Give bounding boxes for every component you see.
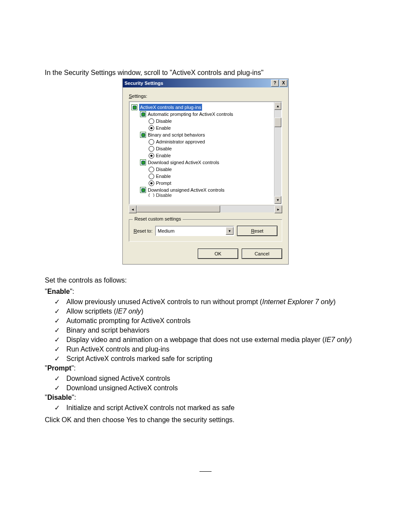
enable-list: Allow previously unused ActiveX controls… (54, 297, 366, 364)
horizontal-scrollbar[interactable]: ◄ ► (129, 205, 282, 212)
reset-custom-settings-group: Reset custom settings Reset to: Medium ▼… (129, 219, 282, 242)
radio-selected-icon (149, 180, 154, 186)
radio-auto-prompt-enable[interactable]: Enable (149, 124, 272, 131)
list-item: Download unsigned ActiveX controls (54, 383, 366, 393)
scroll-thumb[interactable] (274, 118, 281, 127)
scroll-left-icon[interactable]: ◄ (129, 205, 137, 213)
disable-list: Initialize and script ActiveX controls n… (54, 403, 366, 413)
list-item: Automatic prompting for ActiveX controls (54, 316, 366, 326)
list-item: Initialize and script ActiveX controls n… (54, 403, 366, 413)
reset-legend: Reset custom settings (133, 216, 183, 221)
scroll-down-icon[interactable]: ▼ (274, 196, 281, 204)
prompt-list: Download signed ActiveX controls Downloa… (54, 374, 366, 393)
tree-group-auto-prompt[interactable]: Automatic prompting for ActiveX controls (140, 111, 272, 118)
disable-heading: "Disable": (45, 394, 366, 401)
settings-label: Settings: (129, 93, 282, 99)
activex-icon (131, 104, 137, 110)
radio-signed-enable[interactable]: Enable (149, 173, 272, 180)
list-item: Run ActiveX controls and plug-ins (54, 345, 366, 354)
prompt-heading: "Prompt": (45, 364, 366, 372)
tree-group-download-signed[interactable]: Download signed ActiveX controls (140, 159, 272, 166)
reset-button[interactable]: Reset (237, 226, 277, 236)
radio-icon (149, 139, 154, 145)
dialog-title: Security Settings (125, 81, 270, 86)
reset-to-label: Reset to: (134, 228, 153, 233)
activex-icon (140, 159, 146, 165)
activex-icon (140, 187, 146, 193)
list-item: Download signed ActiveX controls (54, 374, 366, 383)
chevron-down-icon[interactable]: ▼ (226, 227, 234, 235)
vertical-scrollbar[interactable]: ▲ ▼ (274, 102, 281, 204)
radio-binary-admin[interactable]: Administrator approved (149, 138, 272, 145)
scroll-up-icon[interactable]: ▲ (274, 102, 281, 110)
hscroll-thumb[interactable] (137, 205, 220, 212)
intro-text: In the Security Settings window, scroll … (45, 69, 366, 77)
reset-to-combo[interactable]: Medium ▼ (155, 226, 234, 236)
tree-group-download-unsigned[interactable]: Download unsigned ActiveX controls (140, 187, 272, 193)
radio-signed-disable[interactable]: Disable (149, 166, 272, 173)
radio-signed-prompt[interactable]: Prompt (149, 180, 272, 187)
enable-heading: "Enable": (45, 288, 366, 296)
activex-icon (140, 132, 146, 138)
security-settings-dialog: Security Settings ? X Settings: ActiveX … (122, 78, 289, 264)
settings-tree-content: ActiveX controls and plug-ins Automatic … (130, 102, 274, 204)
radio-icon (149, 118, 154, 124)
list-item: Binary and script behaviors (54, 326, 366, 335)
reset-to-value: Medium (156, 228, 226, 233)
scroll-right-icon[interactable]: ► (274, 205, 282, 213)
radio-unsigned-disable-partial[interactable]: Disable (149, 193, 272, 197)
list-item: Allow previously unused ActiveX controls… (54, 297, 366, 307)
tree-root-activex[interactable]: ActiveX controls and plug-ins (131, 104, 272, 111)
radio-binary-disable[interactable]: Disable (149, 145, 272, 152)
radio-selected-icon (149, 125, 154, 131)
set-controls-text: Set the controls as follows: (45, 277, 366, 284)
cancel-button[interactable]: Cancel (242, 249, 282, 259)
settings-tree[interactable]: ActiveX controls and plug-ins Automatic … (129, 101, 282, 205)
outro-text: Click OK and then choose Yes to change t… (45, 416, 366, 424)
close-button[interactable]: X (280, 80, 287, 87)
list-item: Display video and animation on a webpage… (54, 335, 366, 345)
title-bar: Security Settings ? X (123, 79, 288, 87)
list-item: Script ActiveX controls marked safe for … (54, 354, 366, 364)
help-button[interactable]: ? (271, 80, 279, 87)
ok-button[interactable]: OK (198, 249, 238, 259)
radio-auto-prompt-disable[interactable]: Disable (149, 118, 272, 124)
radio-icon (149, 146, 154, 152)
tree-group-binary-script[interactable]: Binary and script behaviors (140, 131, 272, 138)
radio-icon (149, 167, 154, 172)
radio-icon (149, 174, 154, 179)
list-item: Allow scriptlets (IE7 only) (54, 307, 366, 316)
radio-binary-enable[interactable]: Enable (149, 152, 272, 159)
radio-icon (149, 193, 154, 197)
footer-separator (199, 471, 212, 472)
radio-selected-icon (149, 153, 154, 159)
activex-icon (140, 111, 146, 117)
